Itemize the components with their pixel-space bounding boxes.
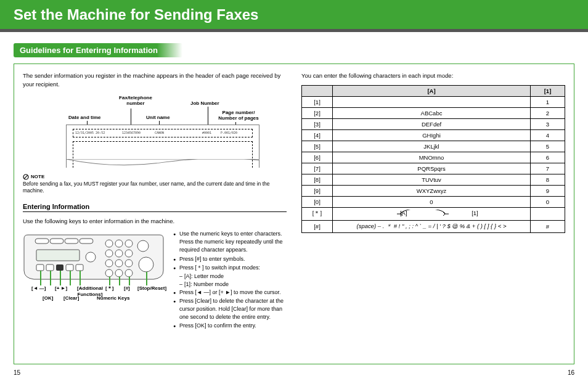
svg-line-1: [24, 175, 28, 179]
page-number-left: 15: [14, 369, 20, 376]
bullet-1: Use the numeric keys to enter characters…: [173, 230, 287, 254]
bullet-4: Press [◄ —] or [+ ►] to move the cursor.: [173, 289, 287, 297]
svg-point-18: [125, 250, 133, 257]
svg-point-24: [125, 269, 133, 277]
label-stop: [Stop/Reset]: [137, 285, 166, 291]
header-diagram: Date and time Fax/telephone number Unit …: [23, 94, 287, 169]
bullet-3a: [A]: Letter mode: [173, 272, 287, 281]
label-fax-tel: Fax/telephone number: [111, 95, 160, 107]
sample-fax: 1234567890: [122, 131, 141, 134]
right-intro: You can enter the following characters i…: [301, 72, 565, 80]
sample-pages: P.001/020: [221, 131, 237, 134]
left-column: The sender information you register in t…: [23, 72, 287, 330]
svg-rect-9: [56, 264, 63, 271]
bullet-2: Press [#] to enter symbols.: [173, 255, 287, 263]
table-row: [0]00: [302, 196, 565, 207]
bullet-3b: [1]: Number mode: [173, 281, 287, 289]
slash-circle-icon: [23, 174, 29, 180]
entering-info-header: Entering Information: [23, 203, 287, 210]
sample-job: #0001: [202, 131, 211, 134]
table-row: [9]WXYZwxyz9: [302, 185, 565, 196]
svg-point-12: [86, 252, 96, 262]
page-number-right: 16: [568, 369, 574, 376]
label-star: [＊]: [105, 285, 113, 291]
bullet-3: Press [＊] to switch input modes:: [173, 264, 287, 272]
svg-rect-7: [36, 264, 44, 271]
label-page-no: Page number/ Number of pages: [214, 110, 263, 121]
svg-rect-3: [50, 239, 63, 244]
svg-rect-4: [65, 239, 78, 244]
control-panel-diagram: [◄ —] [+ ►] [Additional Functions] [＊] […: [23, 230, 165, 304]
table-row: [8]TUVtuv8: [302, 174, 565, 185]
label-left-arrow: [◄ —]: [31, 285, 46, 291]
table-row: [1]1: [302, 96, 565, 107]
svg-rect-5: [80, 239, 93, 244]
svg-point-22: [105, 269, 113, 277]
th-a: [A]: [333, 85, 531, 96]
entering-intro: Use the following keys to enter informat…: [23, 217, 287, 226]
svg-rect-10: [66, 264, 73, 271]
label-right-arrow: [+ ►]: [55, 285, 67, 291]
th-1: [1]: [531, 85, 565, 96]
sample-unit: CANON: [155, 131, 164, 134]
instruction-list: Use the numeric keys to enter characters…: [171, 230, 287, 330]
svg-point-13: [105, 240, 113, 247]
note-label: NOTE: [31, 174, 44, 179]
page-title: Set the Machine for Sending Faxes: [0, 0, 588, 23]
svg-rect-8: [46, 264, 54, 271]
section-header: Guidelines for Enterirng Information: [14, 43, 182, 57]
table-row: [2]ABCabc2: [302, 107, 565, 118]
label-job-no: Job Number: [190, 100, 219, 107]
bullet-6: Press [OK] to confirm the entry.: [173, 322, 287, 330]
hash-a: (space) – . ＊ # ! " , ; : ^ ` _ = / | ' …: [333, 220, 531, 232]
svg-point-26: [139, 257, 153, 272]
label-date-time: Date and time: [68, 115, 100, 121]
svg-point-20: [115, 260, 123, 267]
table-row: [4]GHIghi4: [302, 129, 565, 141]
svg-point-16: [105, 250, 113, 257]
svg-point-15: [125, 240, 133, 247]
note-body: Before sending a fax, you MUST register …: [23, 181, 287, 194]
label-unit-name: Unit name: [146, 115, 170, 121]
svg-point-21: [125, 260, 133, 267]
label-hash: [#]: [124, 285, 130, 291]
table-row: [5]JKLjkl5: [302, 141, 565, 152]
svg-rect-2: [35, 239, 49, 244]
label-numeric: Numeric Keys: [97, 295, 129, 301]
label-ok: [OK]: [43, 295, 53, 301]
intro-text: The sender information you register in t…: [23, 72, 287, 89]
right-column: You can enter the following characters i…: [301, 72, 565, 330]
table-row: [7]PQRSpqrs7: [302, 163, 565, 174]
table-row: [6]MNOmno6: [302, 152, 565, 163]
star-key: [＊]: [302, 207, 333, 220]
svg-point-23: [115, 269, 123, 277]
table-row: [3]DEFdef3: [302, 118, 565, 129]
label-clear: [Clear]: [63, 295, 79, 301]
svg-point-25: [137, 240, 149, 252]
svg-point-19: [105, 260, 113, 267]
sample-date: 12/31/2005 20:52: [75, 131, 105, 134]
svg-rect-6: [36, 250, 80, 261]
character-table: [A][1] [1]1[2]ABCabc2[3]DEFdef3[4]GHIghi…: [301, 85, 565, 233]
star-a: [A] [1]: [333, 207, 531, 220]
bullet-5: Press [Clear] to delete the character at…: [173, 297, 287, 321]
svg-rect-11: [76, 264, 83, 271]
hash-key: [#]: [302, 220, 333, 232]
svg-point-14: [115, 240, 123, 247]
hash-n: #: [531, 220, 565, 232]
svg-point-17: [115, 250, 123, 257]
